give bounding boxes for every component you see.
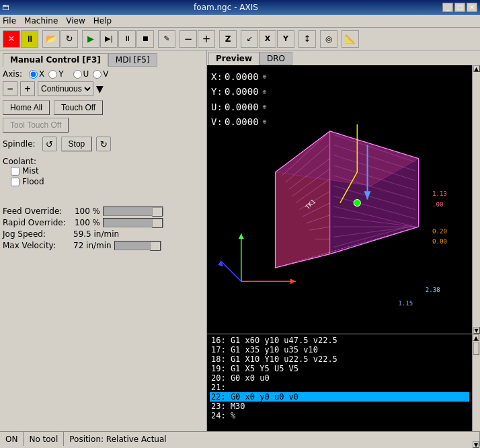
run-button[interactable]: ▶ [82,30,99,48]
axis-v-radio[interactable]: V [93,69,108,79]
coolant-mist-checkbox[interactable] [11,167,19,176]
status-mode: ON [0,432,24,446]
coolant-mist-row: Mist [11,166,204,176]
svg-line-33 [221,261,241,281]
max-velocity-thumb[interactable] [150,241,161,251]
spindle-stop-button[interactable]: Stop [61,137,93,151]
gcode-line: 19: G1 X5 Y5 U5 V5 [210,364,469,373]
status-tool: No tool [24,432,64,446]
svg-text:2.38: 2.38 [426,287,440,293]
max-velocity-slider[interactable] [114,241,161,250]
svg-marker-34 [218,261,223,266]
pause-button[interactable]: ⏸ [21,30,38,48]
gcode-line: 18: G1 X10 Y10 u22.5 v22.5 [210,354,469,364]
camera-button[interactable]: ◎ [320,30,337,48]
axis-label: Axis: [3,69,22,79]
menu-file[interactable]: File [3,16,16,26]
feed-override-value: 100 % [73,207,100,216]
ruler-button[interactable]: 📐 [342,30,359,48]
gcode-scroll-thumb[interactable] [473,342,479,355]
jog-speed-label: Jog Speed: [3,229,73,239]
gcode-panel: 16: G1 x60 y10 u47.5 v22.5 17: G1 x35 y1… [207,334,480,431]
svg-point-35 [354,200,360,207]
preview-tabs: Preview DRO [207,50,480,65]
svg-text:1.13: 1.13 [432,190,447,197]
limits-button[interactable]: ↕ [298,30,316,48]
tab-preview[interactable]: Preview [208,52,259,65]
gcode-line: 21: [210,383,469,392]
menubar: File Machine View Help [0,15,480,28]
svg-text:0.20: 0.20 [432,228,447,235]
right-panel: Preview DRO X: 0.0000 ⊕ Y: 0.0000 ⊕ U: 0… [207,50,480,431]
svg-marker-30 [290,278,296,284]
coolant-flood-checkbox[interactable] [11,178,19,186]
jog-speed-value: 59.5 in/min [73,229,119,239]
stop2-button[interactable]: ⏹ [136,30,154,48]
edit-button[interactable]: ✎ [158,30,175,48]
axis-u-radio[interactable]: U [73,69,89,79]
gcode-scroll-up[interactable]: ▲ [473,334,479,341]
touch-off-button[interactable]: Touch Off [54,100,103,115]
gcode-scrollbar[interactable]: ▲ ▼ [472,334,480,431]
preview-canvas[interactable]: X: 0.0000 ⊕ Y: 0.0000 ⊕ U: 0.0000 ⊕ V: 0… [207,65,480,334]
rapid-override-slider[interactable] [103,218,163,227]
svg-text:.00: .00 [432,201,443,208]
coolant-flood-label: Flood [22,177,44,186]
spindle-row: Spindle: ↺ Stop ↻ [3,137,204,151]
jog-mode-select[interactable]: Continuous Step 0.001 Step 0.01 Step 0.1… [38,81,93,96]
preview-scrollbar[interactable]: ▲ ▼ [472,65,480,334]
estop-button[interactable]: ✕ [3,30,20,48]
gcode-scroll-down[interactable]: ▼ [473,441,479,448]
step-forward-button[interactable]: ▶| [100,30,118,48]
spindle-ccw-button[interactable]: ↺ [42,137,57,151]
rapid-override-thumb[interactable] [152,219,163,228]
tab-dro[interactable]: DRO [259,52,292,65]
spindle-cw-button[interactable]: ↻ [96,137,111,151]
rotate-left-button[interactable]: ↙ [241,30,258,48]
spindle-label: Spindle: [3,139,36,149]
gcode-list[interactable]: 16: G1 x60 y10 u47.5 v22.5 17: G1 x35 y1… [207,334,472,431]
tab-mdi[interactable]: MDI [F5] [108,53,157,67]
axis-row: Axis: X Y U V [3,69,204,79]
menu-help[interactable]: Help [93,16,112,26]
menu-view[interactable]: View [66,16,85,26]
max-velocity-value: 72 in/min [73,241,112,250]
reload-button[interactable]: ↻ [61,30,78,48]
max-velocity-label: Max Velocity: [3,241,73,250]
zoom-plus-button[interactable]: + [198,30,215,48]
jog-minus-button[interactable]: − [3,81,17,96]
minimize-button[interactable]: _ [442,3,453,12]
feed-override-thumb[interactable] [152,207,163,217]
statusbar: ON No tool Position: Relative Actual [0,431,480,446]
open-button[interactable]: 📂 [42,30,60,48]
axis-x-radio[interactable]: X [29,69,44,79]
zoom-minus-button[interactable]: − [179,30,197,48]
tool-touchoff-row: Tool Touch Off [3,118,204,133]
jog-speed-row: Jog Speed: 59.5 in/min [3,229,204,239]
home-all-button[interactable]: Home All [3,100,50,115]
menu-machine[interactable]: Machine [24,16,58,26]
tool-touch-off-button[interactable]: Tool Touch Off [3,118,69,133]
axis-y-radio[interactable]: Y [48,69,63,79]
titlebar: 🗔 foam.ngc - AXIS _ □ ✕ [0,0,480,15]
main-content: Manual Control [F3] MDI [F5] Axis: X Y U… [0,50,480,431]
preview-scroll-down[interactable]: ▼ [473,327,480,334]
zoom-fit-button[interactable]: Z [219,30,237,48]
pause2-button[interactable]: ⏸ [118,30,136,48]
overrides-section: Feed Override: 100 % Rapid Override: 100… [3,207,204,250]
x-view-button[interactable]: X [259,30,276,48]
gcode-line: 22: G0 x0 y0 u0 v0 [210,392,469,402]
rapid-override-value: 100 % [73,218,100,227]
y-view-button[interactable]: Y [277,30,294,48]
feed-override-slider[interactable] [103,207,163,216]
jog-plus-button[interactable]: + [20,81,35,96]
tab-manual[interactable]: Manual Control [F3] [3,53,108,67]
jog-dropdown-icon[interactable]: ▼ [96,83,104,94]
close-button[interactable]: ✕ [467,3,477,12]
coolant-mist-label: Mist [22,166,39,176]
svg-text:0.00: 0.00 [432,238,447,245]
gcode-line: 17: G1 x35 y10 u35 v10 [210,345,469,354]
coolant-row: Coolant: Mist Flood [3,157,204,186]
preview-scroll-up[interactable]: ▲ [473,65,480,72]
maximize-button[interactable]: □ [454,3,465,12]
